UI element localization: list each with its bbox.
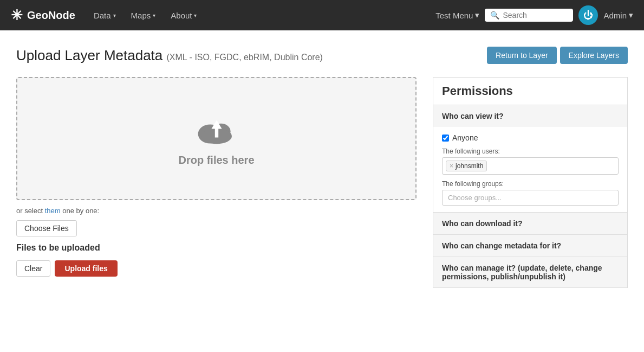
page-title: Upload Layer Metadata (XML - ISO, FGDC, … — [16, 47, 323, 64]
main-content: Upload Layer Metadata (XML - ISO, FGDC, … — [0, 30, 644, 304]
permissions-metadata-header[interactable]: Who can change metadata for it? — [433, 235, 627, 257]
choose-files-button[interactable]: Choose Files — [16, 220, 77, 236]
navbar: ✳ GeoNode Data ▾ Maps ▾ About ▾ Test Men… — [0, 0, 644, 30]
groups-input[interactable]: Choose groups... — [442, 190, 619, 206]
nav-right: Test Menu ▾ 🔍 ⏻ Admin ▾ — [435, 5, 633, 25]
chevron-down-icon: ▾ — [475, 10, 479, 20]
files-label: Files to be uploaded — [16, 243, 417, 253]
chevron-down-icon: ▾ — [194, 12, 197, 18]
nav-item-maps[interactable]: Maps ▾ — [123, 0, 164, 30]
chevron-down-icon: ▾ — [629, 10, 633, 20]
test-menu[interactable]: Test Menu ▾ — [435, 10, 479, 20]
admin-menu[interactable]: Admin ▾ — [603, 10, 633, 20]
drop-text: Drop files here — [178, 154, 254, 167]
nav-item-data[interactable]: Data ▾ — [86, 0, 123, 30]
header-buttons: Return to Layer Explore Layers — [487, 47, 628, 64]
nav-menu: Data ▾ Maps ▾ About ▾ — [86, 0, 435, 30]
permissions-panel: Permissions Who can view it? Anyone The … — [433, 77, 628, 288]
search-box: 🔍 — [485, 9, 573, 22]
permissions-view-block: Who can view it? Anyone The following us… — [433, 105, 627, 213]
power-button[interactable]: ⏻ — [578, 5, 598, 25]
users-tag-input[interactable]: × johnsmith — [442, 157, 619, 175]
two-col-layout: Drop files here or select them one by on… — [16, 77, 628, 288]
clear-button[interactable]: Clear — [16, 260, 50, 277]
permissions-title: Permissions — [433, 78, 627, 105]
dropzone[interactable]: Drop files here — [16, 77, 417, 200]
tag-remove-icon[interactable]: × — [450, 162, 453, 170]
right-column: Permissions Who can view it? Anyone The … — [433, 77, 628, 288]
select-text: or select them one by one: — [16, 207, 417, 215]
select-link[interactable]: them — [45, 207, 61, 215]
permissions-download-header[interactable]: Who can download it? — [433, 213, 627, 235]
anyone-checkbox-row: Anyone — [442, 133, 619, 142]
nav-item-about[interactable]: About ▾ — [163, 0, 204, 30]
cloud-upload-icon — [195, 111, 238, 149]
return-to-layer-button[interactable]: Return to Layer — [487, 47, 557, 64]
search-icon: 🔍 — [490, 11, 499, 20]
logo-text: GeoNode — [27, 9, 75, 22]
search-input[interactable] — [503, 11, 568, 20]
logo[interactable]: ✳ GeoNode — [11, 7, 75, 24]
user-tag-label: johnsmith — [456, 162, 483, 170]
anyone-checkbox[interactable] — [442, 135, 449, 142]
page-header: Upload Layer Metadata (XML - ISO, FGDC, … — [16, 47, 628, 64]
anyone-label: Anyone — [452, 133, 478, 142]
explore-layers-button[interactable]: Explore Layers — [560, 47, 628, 64]
chevron-down-icon: ▾ — [113, 12, 116, 18]
permissions-manage-header[interactable]: Who can manage it? (update, delete, chan… — [433, 257, 627, 287]
chevron-down-icon: ▾ — [153, 12, 155, 18]
users-field-label: The following users: — [442, 148, 619, 155]
action-buttons: Clear Upload files — [16, 260, 417, 277]
permissions-view-body: Anyone The following users: × johnsmith … — [433, 127, 627, 212]
upload-files-button[interactable]: Upload files — [55, 260, 117, 277]
power-icon: ⏻ — [583, 10, 593, 21]
logo-icon: ✳ — [11, 7, 23, 24]
user-tag: × johnsmith — [446, 161, 487, 171]
permissions-view-header[interactable]: Who can view it? — [433, 105, 627, 127]
left-column: Drop files here or select them one by on… — [16, 77, 417, 288]
groups-field-label: The following groups: — [442, 180, 619, 188]
